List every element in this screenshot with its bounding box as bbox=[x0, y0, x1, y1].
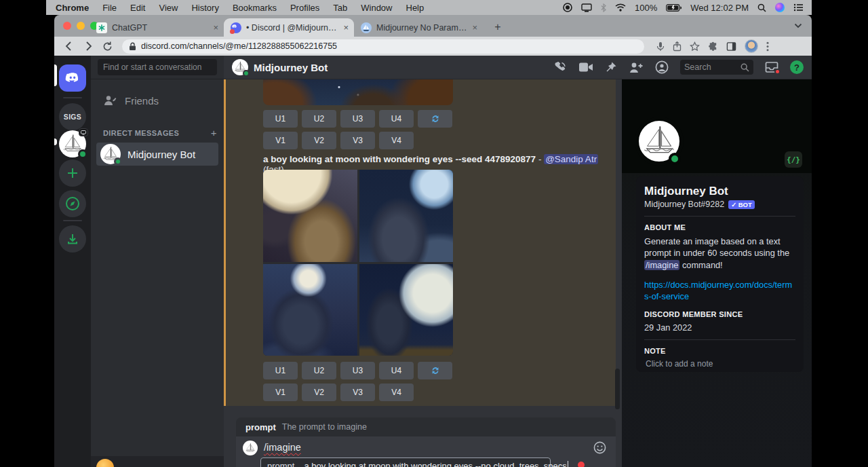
v4-button[interactable]: V4 bbox=[379, 132, 414, 149]
option-value-input[interactable]: a boy looking at moon with wondering eye… bbox=[304, 461, 568, 467]
screen-record-icon[interactable] bbox=[563, 3, 572, 12]
dm-unread-pill bbox=[54, 138, 57, 145]
new-tab-button[interactable]: + bbox=[490, 20, 506, 35]
tab-close-icon[interactable]: × bbox=[472, 22, 477, 33]
menu-edit[interactable]: Edit bbox=[130, 3, 145, 13]
chat-scrollbar-thumb[interactable] bbox=[615, 369, 620, 409]
user-mention[interactable]: @Sandip Atr bbox=[544, 154, 598, 164]
inbox-button[interactable] bbox=[765, 61, 778, 73]
midjourney-dm-button[interactable] bbox=[59, 130, 86, 157]
bookmark-star-icon[interactable] bbox=[690, 41, 700, 52]
forward-button[interactable] bbox=[80, 38, 96, 54]
bot-slash-badge[interactable]: {/} bbox=[785, 151, 802, 168]
discord-home-button[interactable] bbox=[59, 64, 86, 92]
terms-of-service-link[interactable]: https://docs.midjourney.com/docs/terms-o… bbox=[644, 279, 795, 303]
u3-button[interactable]: U3 bbox=[340, 110, 375, 128]
sidebar-item-friends[interactable]: Friends bbox=[96, 89, 218, 112]
grid-image-2[interactable] bbox=[359, 170, 454, 262]
create-dm-button[interactable]: + bbox=[211, 127, 217, 138]
u4-button[interactable]: U4 bbox=[379, 362, 414, 379]
u2-button[interactable]: U2 bbox=[302, 362, 336, 379]
screen: Chrome File Edit View History Bookmarks … bbox=[0, 0, 868, 467]
v1-button[interactable]: V1 bbox=[263, 384, 298, 401]
imagine-command-chip[interactable]: /imagine bbox=[644, 260, 679, 270]
member-since-date: 29 Jan 2022 bbox=[644, 322, 795, 333]
minimize-window-button[interactable] bbox=[77, 22, 85, 30]
bluetooth-icon[interactable] bbox=[601, 3, 606, 12]
midjourney-avatar[interactable] bbox=[232, 59, 248, 75]
v3-button[interactable]: V3 bbox=[340, 384, 375, 401]
menu-file[interactable]: File bbox=[102, 3, 117, 13]
u2-button[interactable]: U2 bbox=[302, 110, 336, 128]
grid-image-3[interactable] bbox=[263, 264, 357, 356]
tab-chatgpt[interactable]: ChatGPT × bbox=[90, 18, 224, 37]
tab-close-icon[interactable]: × bbox=[343, 22, 349, 33]
display-icon[interactable] bbox=[581, 3, 592, 12]
add-server-button[interactable] bbox=[59, 160, 86, 187]
browser-profile-avatar[interactable] bbox=[745, 39, 758, 53]
tab-close-icon[interactable]: × bbox=[213, 22, 218, 33]
chat-title: Midjourney Bot bbox=[254, 62, 328, 73]
address-bar[interactable]: discord.com/channels/@me/112828885506221… bbox=[122, 39, 644, 54]
siri-icon[interactable] bbox=[775, 3, 785, 12]
back-button[interactable] bbox=[61, 38, 77, 54]
reroll-button[interactable] bbox=[418, 362, 452, 379]
compass-icon bbox=[65, 196, 80, 211]
u1-button[interactable]: U1 bbox=[263, 362, 298, 379]
side-panel-icon[interactable] bbox=[726, 41, 736, 52]
menu-help[interactable]: Help bbox=[406, 3, 425, 13]
voice-call-icon[interactable] bbox=[553, 60, 567, 74]
download-apps-button[interactable] bbox=[59, 225, 86, 253]
video-call-icon[interactable] bbox=[578, 62, 593, 73]
menu-bookmarks[interactable]: Bookmarks bbox=[233, 3, 277, 13]
note-input-placeholder[interactable]: Click to add a note bbox=[644, 359, 795, 369]
grid-image-4[interactable] bbox=[359, 264, 454, 356]
browser-menu-icon[interactable] bbox=[766, 41, 769, 52]
v4-button[interactable]: V4 bbox=[379, 384, 414, 401]
tab-discord-active[interactable]: • Discord | @Midjourney Bot × bbox=[224, 18, 354, 37]
dm-item-midjourney-bot[interactable]: Midjourney Bot bbox=[96, 143, 218, 166]
control-center-icon[interactable] bbox=[793, 3, 804, 12]
message-composer[interactable]: /imagine prompt a boy looking at moon wi… bbox=[236, 436, 616, 467]
spotlight-icon[interactable] bbox=[757, 3, 766, 12]
explore-servers-button[interactable] bbox=[59, 190, 86, 217]
add-friend-icon[interactable] bbox=[629, 62, 644, 73]
mic-icon[interactable] bbox=[656, 41, 665, 52]
close-window-button[interactable] bbox=[63, 22, 71, 30]
lock-icon bbox=[129, 42, 136, 51]
extensions-icon[interactable] bbox=[708, 41, 718, 52]
u3-button[interactable]: U3 bbox=[340, 362, 375, 379]
menubar-app-name[interactable]: Chrome bbox=[56, 3, 89, 13]
pin-icon[interactable] bbox=[605, 61, 617, 73]
user-avatar[interactable] bbox=[96, 459, 114, 467]
tab-search-chevron-icon[interactable] bbox=[794, 23, 802, 29]
reload-button[interactable] bbox=[99, 38, 115, 54]
reroll-button[interactable] bbox=[418, 110, 452, 128]
header-search-box[interactable]: Search bbox=[680, 60, 753, 75]
emoji-picker-button[interactable] bbox=[593, 441, 606, 454]
grid-image-1[interactable] bbox=[263, 170, 357, 262]
about-me-header: ABOUT ME bbox=[644, 223, 795, 231]
generated-image-grid[interactable] bbox=[263, 170, 453, 356]
server-sigs-button[interactable]: SIGS bbox=[59, 103, 86, 130]
u1-button[interactable]: U1 bbox=[263, 110, 298, 128]
v2-button[interactable]: V2 bbox=[302, 132, 336, 149]
menu-tab[interactable]: Tab bbox=[333, 3, 347, 13]
user-profile-icon[interactable] bbox=[655, 60, 669, 74]
command-autocomplete[interactable]: prompt The prompt to imagine bbox=[236, 417, 616, 436]
prompt-option-field[interactable]: prompt a boy looking at moon with wonder… bbox=[260, 457, 551, 467]
menu-window[interactable]: Window bbox=[361, 3, 392, 13]
menu-history[interactable]: History bbox=[191, 3, 218, 13]
share-icon[interactable] bbox=[673, 41, 682, 52]
v3-button[interactable]: V3 bbox=[340, 132, 375, 149]
v2-button[interactable]: V2 bbox=[302, 384, 336, 401]
tab-midjourney-docs[interactable]: Midjourney No Parameter × bbox=[354, 18, 483, 37]
wifi-icon[interactable] bbox=[615, 3, 626, 12]
conversation-search-input[interactable] bbox=[98, 59, 217, 75]
menu-view[interactable]: View bbox=[159, 3, 178, 13]
help-button[interactable]: ? bbox=[790, 60, 804, 74]
v1-button[interactable]: V1 bbox=[263, 132, 298, 149]
previous-grid-image[interactable] bbox=[263, 79, 453, 105]
u4-button[interactable]: U4 bbox=[379, 110, 414, 128]
menu-profiles[interactable]: Profiles bbox=[290, 3, 319, 13]
